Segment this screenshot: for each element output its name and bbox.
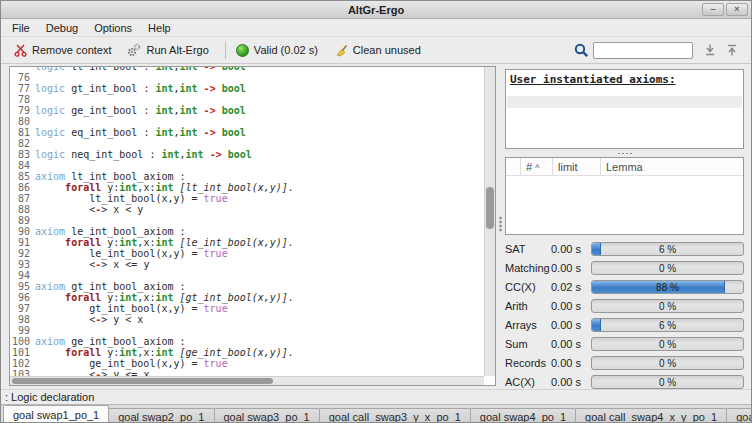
editor-horizontal-scrollbar[interactable] xyxy=(10,376,484,385)
stat-time: 0.00 s xyxy=(551,376,591,388)
search-icon xyxy=(574,43,589,58)
stat-progress-bar: 6 % xyxy=(591,318,744,332)
progress-percent-label: 88 % xyxy=(592,281,743,293)
horizontal-scrollbar-thumb[interactable] xyxy=(12,378,273,384)
code-line: 85axiom lt_int_bool_axiom : xyxy=(10,171,484,182)
code-line: 82 xyxy=(10,138,484,149)
tab-goal-swap4_po_1[interactable]: goal swap4_po_1 xyxy=(470,408,576,423)
code-line: 90axiom le_int_bool_axiom : xyxy=(10,226,484,237)
progress-percent-label: 6 % xyxy=(592,319,743,331)
stat-label: Records xyxy=(505,357,551,369)
code-line: 84 xyxy=(10,160,484,171)
lemma-col-spacer xyxy=(506,158,521,175)
code-line: 83logic neq_int_bool : int,int -> bool xyxy=(10,149,484,160)
stat-progress-bar: 0 % xyxy=(591,261,744,275)
code-line: 94 xyxy=(10,270,484,281)
status-bar: : Logic declaration xyxy=(1,389,751,404)
stat-row-arrays: Arrays0.00 s6 % xyxy=(505,318,744,332)
remove-context-button[interactable]: Remove context xyxy=(9,42,116,59)
menu-options[interactable]: Options xyxy=(86,20,140,36)
stat-label: Arrays xyxy=(505,319,551,331)
search-prev-button[interactable] xyxy=(721,42,743,58)
toolbar: Remove context Run Alt-Ergo Valid (0.02 … xyxy=(1,37,751,64)
tab-goal-swap3_po_1[interactable]: goal swap3_po_1 xyxy=(214,408,320,423)
stat-progress-bar: 6 % xyxy=(591,242,744,256)
clean-unused-button[interactable]: Clean unused xyxy=(329,41,426,59)
lemma-col-limit[interactable]: limit xyxy=(553,158,601,175)
tab-goal-swap2_po_1[interactable]: goal swap2_po_1 xyxy=(108,408,214,423)
status-text: : Logic declaration xyxy=(5,391,94,403)
code-line: 80 xyxy=(10,116,484,127)
code-line: 101 forall y:int,x:int [ge_int_bool(x,y)… xyxy=(10,347,484,358)
stat-progress-bar: 0 % xyxy=(591,299,744,313)
close-button[interactable]: × xyxy=(726,3,748,16)
code-area[interactable]: logic lt_int_bool : int,int -> bool7677l… xyxy=(10,67,484,376)
menu-help[interactable]: Help xyxy=(140,20,179,36)
menu-bar: FileDebugOptionsHelp xyxy=(1,19,751,37)
menu-file[interactable]: File xyxy=(4,20,38,36)
gears-icon xyxy=(127,43,141,57)
splitter-grip-icon xyxy=(617,152,633,155)
stat-time: 0.00 s xyxy=(551,357,591,369)
code-line: 95axiom gt_int_bool_axiom : xyxy=(10,281,484,292)
code-line: 103 <-> y <= x xyxy=(10,369,484,376)
code-line: 102 ge_int_bool(x,y) = true xyxy=(10,358,484,369)
tab-goal-call_swap3_y_x_po_1[interactable]: goal call_swap3_y_x_po_1 xyxy=(319,408,471,423)
brush-icon xyxy=(334,43,348,57)
pane-splitter[interactable] xyxy=(496,64,505,389)
progress-percent-label: 0 % xyxy=(592,338,743,350)
valid-status-label: Valid (0.02 s) xyxy=(254,44,318,56)
code-line: 97 gt_int_bool(x,y) = true xyxy=(10,303,484,314)
code-line: 92 le_int_bool(x,y) = true xyxy=(10,248,484,259)
app-window: AltGr-Ergo – × FileDebugOptionsHelp Remo… xyxy=(0,0,752,423)
code-line: 76 xyxy=(10,72,484,83)
right-panel: User instantiated axioms: #^limitLemma S… xyxy=(505,64,751,389)
editor-vertical-scrollbar[interactable] xyxy=(484,67,495,376)
search-next-button[interactable] xyxy=(699,42,721,58)
stat-row-arith: Arith0.00 s0 % xyxy=(505,299,744,313)
right-panel-splitter[interactable] xyxy=(505,149,744,157)
code-line: 87 lt_int_bool(x,y) = true xyxy=(10,193,484,204)
progress-percent-label: 6 % xyxy=(592,243,743,255)
stat-label: Matching xyxy=(505,262,551,274)
search-input[interactable] xyxy=(593,42,693,59)
stat-row-records: Records0.00 s0 % xyxy=(505,356,744,370)
lemma-col-id[interactable]: #^ xyxy=(521,158,553,175)
window-title: AltGr-Ergo xyxy=(348,4,404,16)
window-controls: – × xyxy=(702,3,748,16)
selected-row-highlight xyxy=(507,96,742,108)
stat-label: Arith xyxy=(505,300,551,312)
tab-goal-swap1_po_1[interactable]: goal swap1_po_1 xyxy=(3,405,109,423)
title-bar: AltGr-Ergo – × xyxy=(1,1,751,19)
stat-time: 0.00 s xyxy=(551,300,591,312)
stat-label: Sum xyxy=(505,338,551,350)
instantiated-axioms-box[interactable]: User instantiated axioms: xyxy=(505,69,744,149)
stat-row-matching: Matching0.00 s0 % xyxy=(505,261,744,275)
lemma-col-lemma[interactable]: Lemma xyxy=(601,158,743,175)
tab-goal-call_swap4_y_x_po_1[interactable]: goal call_swap4_y_x_po_1 xyxy=(726,408,752,423)
code-line: 93 <-> x <= y xyxy=(10,259,484,270)
code-line: 99 xyxy=(10,325,484,336)
code-lines: logic lt_int_bool : int,int -> bool7677l… xyxy=(10,67,484,376)
menu-debug[interactable]: Debug xyxy=(38,20,86,36)
run-alt-ergo-button[interactable]: Run Alt-Ergo xyxy=(122,41,213,59)
stat-progress-bar: 0 % xyxy=(591,337,744,351)
vertical-scrollbar-thumb[interactable] xyxy=(486,187,494,229)
code-line: 96 forall y:int,x:int [gt_int_bool(x,y)]… xyxy=(10,292,484,303)
stat-progress-bar: 88 % xyxy=(591,280,744,294)
clean-unused-label: Clean unused xyxy=(353,44,421,56)
main-area: logic lt_int_bool : int,int -> bool7677l… xyxy=(1,64,751,389)
lemma-table-header: #^limitLemma xyxy=(506,158,743,176)
code-line: 89 xyxy=(10,215,484,226)
minimize-button[interactable]: – xyxy=(702,3,724,16)
stat-row-acx: AC(X)0.00 s0 % xyxy=(505,375,744,389)
progress-percent-label: 0 % xyxy=(592,357,743,369)
tab-goal-call_swap4_x_y_po_1[interactable]: goal call_swap4_x_y_po_1 xyxy=(575,408,727,423)
code-line: 81logic eq_int_bool : int,int -> bool xyxy=(10,127,484,138)
code-line: 100axiom ge_int_bool_axiom : xyxy=(10,336,484,347)
goal-tab-bar: goal swap1_po_1goal swap2_po_1goal swap3… xyxy=(1,404,751,423)
progress-percent-label: 0 % xyxy=(592,376,743,388)
sort-ascending-icon: ^ xyxy=(535,163,539,173)
stat-row-sum: Sum0.00 s0 % xyxy=(505,337,744,351)
stat-label: AC(X) xyxy=(505,376,551,388)
